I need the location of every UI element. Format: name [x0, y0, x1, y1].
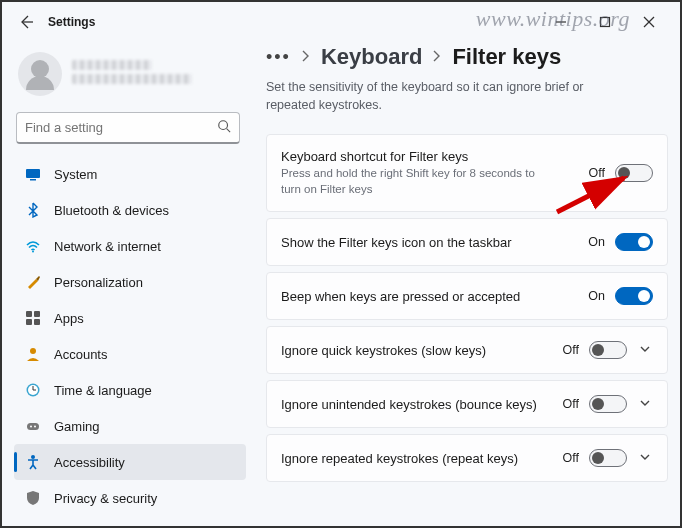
- breadcrumb-current: Filter keys: [452, 44, 561, 70]
- setting-title: Ignore repeated keystrokes (repeat keys): [281, 451, 553, 466]
- svg-point-13: [30, 348, 36, 354]
- expand-chevron-icon[interactable]: [637, 341, 653, 359]
- toggle-switch[interactable]: [615, 233, 653, 251]
- svg-rect-11: [26, 319, 32, 325]
- sidebar-item-time[interactable]: Time & language: [14, 372, 246, 408]
- search-icon: [217, 119, 231, 137]
- search-input[interactable]: [25, 120, 217, 135]
- shield-icon: [24, 489, 42, 507]
- apps-icon: [24, 309, 42, 327]
- setting-beep[interactable]: Beep when keys are pressed or accepted O…: [266, 272, 668, 320]
- bluetooth-icon: [24, 201, 42, 219]
- chevron-right-icon: [301, 49, 311, 66]
- sidebar-item-label: Privacy & security: [54, 491, 157, 506]
- chevron-right-icon: [432, 49, 442, 66]
- setting-desc: Press and hold the right Shift key for 8…: [281, 166, 541, 197]
- sidebar-item-label: Network & internet: [54, 239, 161, 254]
- toggle-switch[interactable]: [589, 449, 627, 467]
- setting-taskbar-icon[interactable]: Show the Filter keys icon on the taskbar…: [266, 218, 668, 266]
- accessibility-icon: [24, 453, 42, 471]
- sidebar: System Bluetooth & devices Network & int…: [2, 42, 252, 526]
- svg-point-4: [219, 120, 228, 129]
- breadcrumb-parent[interactable]: Keyboard: [321, 44, 422, 70]
- toggle-switch[interactable]: [589, 395, 627, 413]
- close-button[interactable]: [634, 8, 664, 36]
- setting-title: Ignore unintended keystrokes (bounce key…: [281, 397, 553, 412]
- sidebar-item-update[interactable]: Windows Update: [14, 516, 246, 526]
- toggle-switch[interactable]: [589, 341, 627, 359]
- sidebar-item-label: Gaming: [54, 419, 100, 434]
- brush-icon: [24, 273, 42, 291]
- sidebar-item-privacy[interactable]: Privacy & security: [14, 480, 246, 516]
- gaming-icon: [24, 417, 42, 435]
- setting-bounce-keys[interactable]: Ignore unintended keystrokes (bounce key…: [266, 380, 668, 428]
- titlebar: Settings: [2, 2, 680, 42]
- setting-title: Keyboard shortcut for Filter keys: [281, 149, 579, 164]
- toggle-state-label: On: [588, 235, 605, 249]
- svg-line-5: [227, 128, 231, 132]
- toggle-state-label: Off: [563, 397, 579, 411]
- wifi-icon: [24, 237, 42, 255]
- sidebar-item-label: Apps: [54, 311, 84, 326]
- profile-name: [72, 60, 192, 88]
- search-box[interactable]: [16, 112, 240, 144]
- back-button[interactable]: [12, 8, 40, 36]
- expand-chevron-icon[interactable]: [637, 449, 653, 467]
- avatar: [18, 52, 62, 96]
- sidebar-item-label: Personalization: [54, 275, 143, 290]
- sidebar-item-label: Accounts: [54, 347, 107, 362]
- svg-rect-10: [34, 311, 40, 317]
- sidebar-item-personalization[interactable]: Personalization: [14, 264, 246, 300]
- setting-title: Beep when keys are pressed or accepted: [281, 289, 578, 304]
- toggle-state-label: Off: [563, 343, 579, 357]
- svg-point-20: [34, 426, 36, 428]
- sidebar-item-bluetooth[interactable]: Bluetooth & devices: [14, 192, 246, 228]
- sidebar-item-label: System: [54, 167, 97, 182]
- setting-title: Ignore quick keystrokes (slow keys): [281, 343, 553, 358]
- sidebar-item-accounts[interactable]: Accounts: [14, 336, 246, 372]
- sidebar-item-accessibility[interactable]: Accessibility: [14, 444, 246, 480]
- svg-point-8: [32, 251, 34, 253]
- svg-point-21: [31, 455, 35, 459]
- update-icon: [24, 525, 42, 526]
- svg-point-19: [30, 426, 32, 428]
- sidebar-item-gaming[interactable]: Gaming: [14, 408, 246, 444]
- svg-rect-1: [601, 18, 610, 27]
- maximize-button[interactable]: [590, 8, 620, 36]
- setting-shortcut-filter-keys[interactable]: Keyboard shortcut for Filter keys Press …: [266, 134, 668, 212]
- setting-slow-keys[interactable]: Ignore quick keystrokes (slow keys) Off: [266, 326, 668, 374]
- breadcrumb-overflow[interactable]: •••: [266, 47, 291, 68]
- accounts-icon: [24, 345, 42, 363]
- toggle-state-label: On: [588, 289, 605, 303]
- page-subtitle: Set the sensitivity of the keyboard so i…: [266, 78, 626, 114]
- sidebar-item-label: Time & language: [54, 383, 152, 398]
- sidebar-item-label: Bluetooth & devices: [54, 203, 169, 218]
- clock-icon: [24, 381, 42, 399]
- svg-rect-12: [34, 319, 40, 325]
- svg-rect-9: [26, 311, 32, 317]
- nav-list: System Bluetooth & devices Network & int…: [14, 156, 246, 526]
- sidebar-item-system[interactable]: System: [14, 156, 246, 192]
- breadcrumb: ••• Keyboard Filter keys: [266, 44, 668, 70]
- sidebar-item-apps[interactable]: Apps: [14, 300, 246, 336]
- toggle-state-label: Off: [563, 451, 579, 465]
- minimize-button[interactable]: [546, 8, 576, 36]
- expand-chevron-icon[interactable]: [637, 395, 653, 413]
- svg-rect-6: [26, 169, 40, 178]
- setting-title: Show the Filter keys icon on the taskbar: [281, 235, 578, 250]
- svg-rect-18: [27, 423, 39, 430]
- toggle-switch[interactable]: [615, 287, 653, 305]
- profile-section[interactable]: [14, 46, 246, 108]
- sidebar-item-network[interactable]: Network & internet: [14, 228, 246, 264]
- app-title: Settings: [48, 15, 95, 29]
- sidebar-item-label: Accessibility: [54, 455, 125, 470]
- setting-repeat-keys[interactable]: Ignore repeated keystrokes (repeat keys)…: [266, 434, 668, 482]
- main-content: ••• Keyboard Filter keys Set the sensiti…: [252, 42, 680, 526]
- toggle-switch[interactable]: [615, 164, 653, 182]
- window-controls: [546, 8, 674, 36]
- svg-rect-7: [30, 179, 36, 181]
- toggle-state-label: Off: [589, 166, 605, 180]
- system-icon: [24, 165, 42, 183]
